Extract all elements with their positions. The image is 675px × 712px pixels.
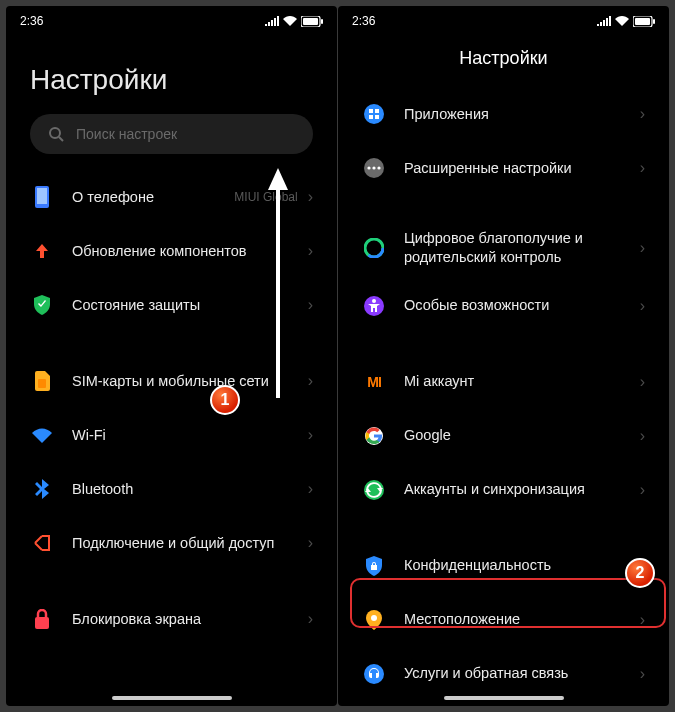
item-label: Цифровое благополучие и родительский кон… [404,229,640,267]
item-label: Блокировка экрана [72,610,308,629]
status-time: 2:36 [20,14,43,28]
item-about-phone[interactable]: О телефоне MIUI Global › [16,170,327,224]
item-label: Конфиденциальность [404,556,640,575]
svg-rect-16 [375,115,379,119]
svg-point-18 [367,166,370,169]
item-label: О телефоне [72,188,234,207]
chevron-right-icon: › [640,159,645,177]
item-label: Приложения [404,105,640,124]
wifi-icon [32,427,52,443]
status-bar: 2:36 [6,6,337,34]
item-accessibility[interactable]: Особые возможности › [348,279,659,333]
step-badge-2: 2 [625,558,655,588]
search-placeholder: Поиск настроек [76,126,177,142]
svg-line-4 [59,137,63,141]
chevron-right-icon: › [308,188,313,206]
chevron-right-icon: › [640,297,645,315]
svg-point-12 [364,104,384,124]
location-pin-icon [366,610,382,630]
item-location[interactable]: Местоположение › [348,593,659,647]
lock-icon [34,609,50,629]
chevron-right-icon: › [308,426,313,444]
item-privacy[interactable]: Конфиденциальность › [348,539,659,593]
wifi-icon [283,16,297,26]
item-lockscreen[interactable]: Блокировка экрана › [16,592,327,646]
headset-icon [364,664,384,684]
item-advanced[interactable]: Расширенные настройки › [348,141,659,195]
svg-point-28 [364,664,384,684]
item-bluetooth[interactable]: Bluetooth › [16,462,327,516]
chevron-right-icon: › [640,239,645,257]
phone-left: 2:36 Настройки Поиск настроек О телефоне… [6,6,337,706]
chevron-right-icon: › [640,105,645,123]
item-label: Состояние защиты [72,296,308,315]
chevron-right-icon: › [640,427,645,445]
svg-point-20 [377,166,380,169]
item-security[interactable]: Состояние защиты › [16,278,327,332]
item-google[interactable]: Google › [348,409,659,463]
svg-point-19 [372,166,375,169]
svg-rect-14 [375,109,379,113]
chevron-right-icon: › [308,480,313,498]
accessibility-icon [364,296,384,316]
page-title: Настройки [6,34,337,114]
upload-arrow-icon [33,242,51,260]
phone-icon [33,186,51,208]
bluetooth-icon [35,479,49,499]
item-label: Подключение и общий доступ [72,534,308,553]
item-feedback[interactable]: Услуги и обратная связь › [348,647,659,701]
item-wellbeing[interactable]: Цифровое благополучие и родительский кон… [348,217,659,279]
dots-icon [364,158,384,178]
nav-bar[interactable] [112,696,232,700]
wifi-icon [615,16,629,26]
item-mi-account[interactable]: MI Mi аккаунт › [348,355,659,409]
item-label: Bluetooth [72,480,308,499]
nav-bar[interactable] [444,696,564,700]
chevron-right-icon: › [640,373,645,391]
shield-icon [33,295,51,315]
status-icons [597,16,655,27]
step-badge-1: 1 [210,385,240,415]
signal-icon [597,16,611,26]
svg-rect-10 [635,18,650,25]
privacy-shield-icon [365,556,383,576]
chevron-right-icon: › [308,610,313,628]
chevron-right-icon: › [640,665,645,683]
svg-rect-11 [653,19,655,24]
item-label: Местоположение [404,610,640,629]
wellbeing-icon [364,238,384,258]
svg-point-3 [50,128,60,138]
search-icon [48,126,64,142]
item-label: Расширенные настройки [404,159,640,178]
signal-icon [265,16,279,26]
svg-rect-2 [321,19,323,24]
item-label: Mi аккаунт [404,372,640,391]
apps-icon [364,104,384,124]
svg-point-24 [372,299,376,303]
page-title: Настройки [338,34,669,87]
sync-icon [364,480,384,500]
item-connection[interactable]: Подключение и общий доступ › [16,516,327,570]
phone-right: 2:36 Настройки Приложения › Расширенные … [338,6,669,706]
item-sim[interactable]: SIM-карты и мобильные сети › [16,354,327,408]
item-label: Услуги и обратная связь [404,664,640,683]
search-input[interactable]: Поиск настроек [30,114,313,154]
item-label: Wi-Fi [72,426,308,445]
svg-point-27 [371,615,377,621]
battery-icon [301,16,323,27]
svg-rect-7 [38,379,46,388]
item-wifi[interactable]: Wi-Fi › [16,408,327,462]
chevron-right-icon: › [640,611,645,629]
item-apps[interactable]: Приложения › [348,87,659,141]
item-label: Аккаунты и синхронизация [404,480,640,499]
status-icons [265,16,323,27]
item-label: Обновление компонентов [72,242,308,261]
svg-rect-6 [37,188,47,204]
item-label: Google [404,426,640,445]
item-label: Особые возможности [404,296,640,315]
item-sync[interactable]: Аккаунты и синхронизация › [348,463,659,517]
google-icon [365,427,383,445]
item-updates[interactable]: Обновление компонентов › [16,224,327,278]
svg-rect-13 [369,109,373,113]
chevron-right-icon: › [308,534,313,552]
